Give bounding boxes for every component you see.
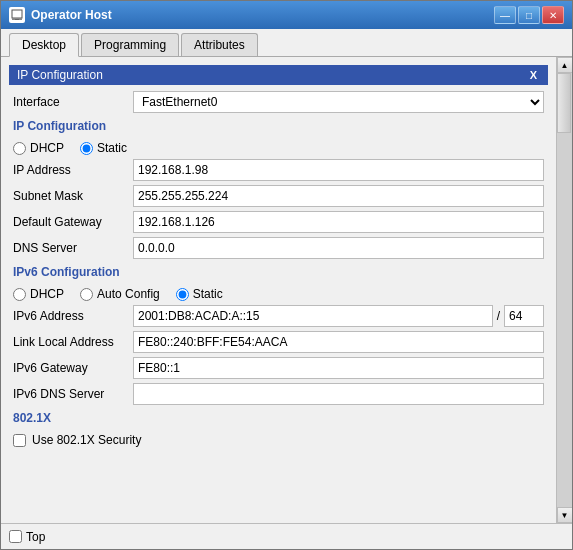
interface-select[interactable]: FastEthernet0	[133, 91, 544, 113]
dhcp-radio[interactable]	[13, 142, 26, 155]
ipv6-gateway-input[interactable]	[133, 357, 544, 379]
ipv6-gateway-label: IPv6 Gateway	[13, 361, 133, 375]
ipv6-auto-radio-label[interactable]: Auto Config	[80, 287, 160, 301]
ipv6-static-label: Static	[193, 287, 223, 301]
default-gateway-row: Default Gateway	[9, 211, 548, 233]
ip-config-title: IP Configuration	[17, 68, 103, 82]
ipv6-address-row: IPv6 Address /	[9, 305, 548, 327]
ip-mode-radio-group: DHCP Static	[9, 137, 548, 159]
scrollbar-thumb[interactable]	[557, 73, 571, 133]
ipv6-dns-row: IPv6 DNS Server	[9, 383, 548, 405]
scroll-down-button[interactable]: ▼	[557, 507, 573, 523]
ipv6-auto-radio[interactable]	[80, 288, 93, 301]
ip-address-label: IP Address	[13, 163, 133, 177]
main-panel: IP Configuration X Interface FastEtherne…	[1, 57, 556, 523]
top-checkbox-label[interactable]: Top	[9, 530, 45, 544]
dot1x-checkbox-row: Use 802.1X Security	[9, 429, 548, 451]
window-controls: — □ ✕	[494, 6, 564, 24]
dns-server-row: DNS Server	[9, 237, 548, 259]
tab-programming[interactable]: Programming	[81, 33, 179, 56]
maximize-button[interactable]: □	[518, 6, 540, 24]
dns-server-label: DNS Server	[13, 241, 133, 255]
prefix-separator: /	[497, 309, 500, 323]
static-radio-label[interactable]: Static	[80, 141, 127, 155]
dns-server-input[interactable]	[133, 237, 544, 259]
dot1x-section-title: 802.1X	[13, 411, 544, 425]
link-local-label: Link Local Address	[13, 335, 133, 349]
ipv6-static-radio[interactable]	[176, 288, 189, 301]
ip-config-close-button[interactable]: X	[527, 69, 540, 81]
default-gateway-input[interactable]	[133, 211, 544, 233]
ip-address-input[interactable]	[133, 159, 544, 181]
ip-sub-section-title: IP Configuration	[13, 119, 544, 133]
dot1x-checkbox[interactable]	[13, 434, 26, 447]
ipv6-input-group: /	[133, 305, 544, 327]
subnet-mask-label: Subnet Mask	[13, 189, 133, 203]
ipv6-sub-section-title: IPv6 Configuration	[13, 265, 544, 279]
ipv6-dhcp-radio-label[interactable]: DHCP	[13, 287, 64, 301]
dot1x-checkbox-label: Use 802.1X Security	[32, 433, 141, 447]
ipv6-dhcp-radio[interactable]	[13, 288, 26, 301]
svg-rect-2	[15, 19, 19, 20]
ipv6-address-input[interactable]	[133, 305, 493, 327]
ip-config-header: IP Configuration X	[9, 65, 548, 85]
dhcp-label: DHCP	[30, 141, 64, 155]
scrollbar-track[interactable]	[557, 73, 572, 507]
window: Operator Host — □ ✕ Desktop Programming …	[0, 0, 573, 550]
top-checkbox[interactable]	[9, 530, 22, 543]
title-bar: Operator Host — □ ✕	[1, 1, 572, 29]
content-area: IP Configuration X Interface FastEtherne…	[1, 57, 572, 523]
scroll-up-button[interactable]: ▲	[557, 57, 573, 73]
ipv6-address-label: IPv6 Address	[13, 309, 133, 323]
ipv6-dhcp-label: DHCP	[30, 287, 64, 301]
ipv6-auto-label: Auto Config	[97, 287, 160, 301]
prefix-length-input[interactable]	[504, 305, 544, 327]
svg-rect-0	[12, 10, 22, 18]
tab-attributes[interactable]: Attributes	[181, 33, 258, 56]
interface-label: Interface	[13, 95, 133, 109]
ipv6-mode-radio-group: DHCP Auto Config Static	[9, 283, 548, 305]
link-local-input[interactable]	[133, 331, 544, 353]
default-gateway-label: Default Gateway	[13, 215, 133, 229]
bottom-bar: Top	[1, 523, 572, 549]
top-label: Top	[26, 530, 45, 544]
window-icon	[9, 7, 25, 23]
interface-row: Interface FastEthernet0	[9, 91, 548, 113]
static-radio[interactable]	[80, 142, 93, 155]
ip-address-row: IP Address	[9, 159, 548, 181]
static-label: Static	[97, 141, 127, 155]
subnet-mask-input[interactable]	[133, 185, 544, 207]
ipv6-static-radio-label[interactable]: Static	[176, 287, 223, 301]
ipv6-dns-input[interactable]	[133, 383, 544, 405]
link-local-row: Link Local Address	[9, 331, 548, 353]
tabs-bar: Desktop Programming Attributes	[1, 29, 572, 57]
tab-desktop[interactable]: Desktop	[9, 33, 79, 57]
dhcp-radio-label[interactable]: DHCP	[13, 141, 64, 155]
ipv6-gateway-row: IPv6 Gateway	[9, 357, 548, 379]
scrollbar: ▲ ▼	[556, 57, 572, 523]
minimize-button[interactable]: —	[494, 6, 516, 24]
ipv6-dns-label: IPv6 DNS Server	[13, 387, 133, 401]
subnet-mask-row: Subnet Mask	[9, 185, 548, 207]
close-button[interactable]: ✕	[542, 6, 564, 24]
window-title: Operator Host	[31, 8, 494, 22]
